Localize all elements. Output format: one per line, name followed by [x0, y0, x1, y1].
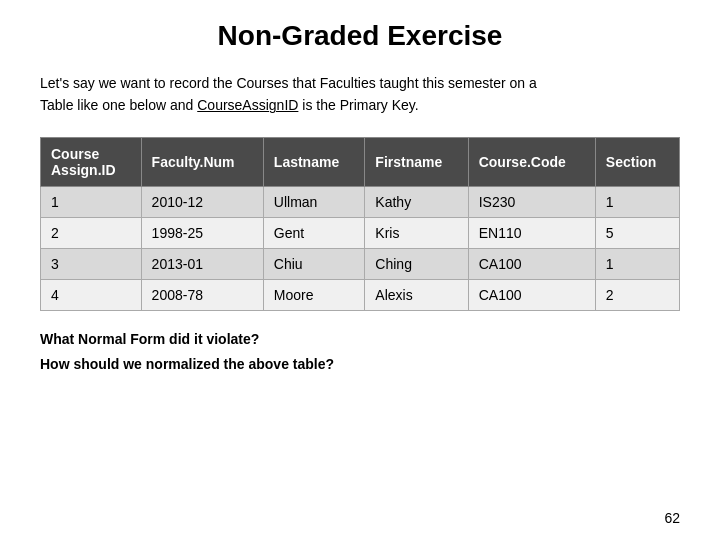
- question-2: How should we normalized the above table…: [40, 352, 680, 377]
- table-cell: Chiu: [263, 248, 365, 279]
- table-cell: 5: [595, 217, 679, 248]
- intro-line2-prefix: Table like one below and: [40, 97, 197, 113]
- table-cell: 2013-01: [141, 248, 263, 279]
- table-cell: 1: [595, 186, 679, 217]
- table-cell: 2010-12: [141, 186, 263, 217]
- table-row: 32013-01ChiuChingCA1001: [41, 248, 680, 279]
- table-cell: 2: [41, 217, 142, 248]
- col-header-lastname: Lastname: [263, 137, 365, 186]
- table-cell: 2008-78: [141, 279, 263, 310]
- table-cell: EN110: [468, 217, 595, 248]
- table-cell: IS230: [468, 186, 595, 217]
- table-cell: 1998-25: [141, 217, 263, 248]
- table-cell: Ullman: [263, 186, 365, 217]
- intro-paragraph: Let's say we want to record the Courses …: [40, 72, 680, 117]
- intro-link: CourseAssignID: [197, 97, 298, 113]
- table-cell: Alexis: [365, 279, 468, 310]
- table-cell: 1: [41, 186, 142, 217]
- table-cell: Moore: [263, 279, 365, 310]
- table-cell: CA100: [468, 279, 595, 310]
- col-header-coursecode: Course.Code: [468, 137, 595, 186]
- table-cell: Kris: [365, 217, 468, 248]
- table-header-row: CourseAssign.ID Faculty.Num Lastname Fir…: [41, 137, 680, 186]
- course-table: CourseAssign.ID Faculty.Num Lastname Fir…: [40, 137, 680, 311]
- page-number: 62: [664, 510, 680, 526]
- intro-line2-suffix: is the Primary Key.: [298, 97, 418, 113]
- intro-line1: Let's say we want to record the Courses …: [40, 75, 537, 91]
- table-cell: Gent: [263, 217, 365, 248]
- table-cell: Ching: [365, 248, 468, 279]
- col-header-firstname: Firstname: [365, 137, 468, 186]
- col-header-section: Section: [595, 137, 679, 186]
- table-cell: 3: [41, 248, 142, 279]
- table-cell: CA100: [468, 248, 595, 279]
- table-row: 42008-78MooreAlexisCA1002: [41, 279, 680, 310]
- col-header-courseassignid: CourseAssign.ID: [41, 137, 142, 186]
- table-cell: 1: [595, 248, 679, 279]
- data-table-container: CourseAssign.ID Faculty.Num Lastname Fir…: [40, 137, 680, 311]
- table-row: 12010-12UllmanKathyIS2301: [41, 186, 680, 217]
- table-cell: 4: [41, 279, 142, 310]
- col-header-facultynum: Faculty.Num: [141, 137, 263, 186]
- questions-section: What Normal Form did it violate? How sho…: [40, 327, 680, 377]
- table-cell: 2: [595, 279, 679, 310]
- question-1: What Normal Form did it violate?: [40, 327, 680, 352]
- page: Non-Graded Exercise Let's say we want to…: [0, 0, 720, 540]
- table-row: 21998-25GentKrisEN1105: [41, 217, 680, 248]
- page-title: Non-Graded Exercise: [40, 20, 680, 52]
- table-cell: Kathy: [365, 186, 468, 217]
